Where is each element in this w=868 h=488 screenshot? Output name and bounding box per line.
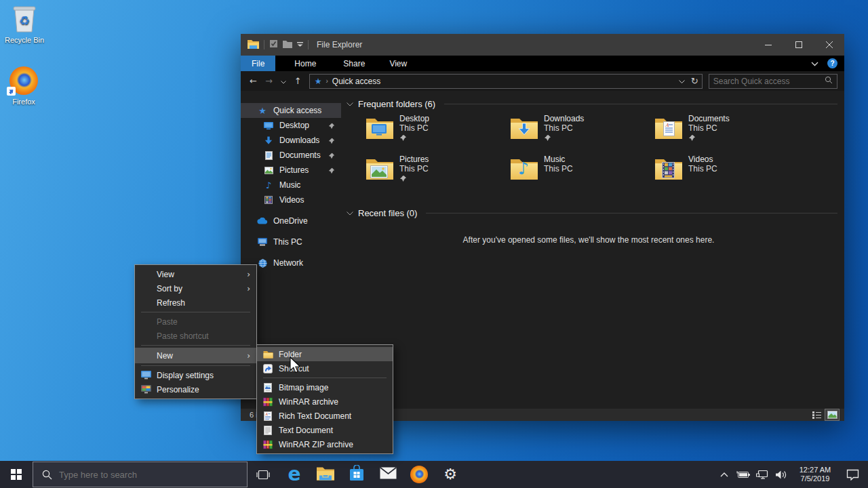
thumbnail-view-icon[interactable] xyxy=(825,409,839,420)
tile-name: Documents xyxy=(688,114,730,123)
title-bar[interactable]: File Explorer xyxy=(241,34,844,56)
tile-name: Pictures xyxy=(399,155,429,164)
maximize-button[interactable] xyxy=(783,34,814,56)
pin-icon xyxy=(328,152,335,161)
taskbar-app-mail[interactable] xyxy=(372,461,403,488)
folder-tile-videos[interactable]: Videos This PC xyxy=(654,155,799,195)
menu-item-refresh[interactable]: Refresh xyxy=(135,296,256,310)
sidebar-item-label: Network xyxy=(273,258,303,268)
sidebar-item-desktop[interactable]: Desktop xyxy=(241,118,341,133)
submenu-item-rich-text-document[interactable]: A Rich Text Document xyxy=(257,409,393,423)
taskbar-app-settings[interactable]: ⚙ xyxy=(435,461,466,488)
submenu-item-winrar-archive[interactable]: WinRAR archive xyxy=(257,394,393,409)
menu-item-view[interactable]: View› xyxy=(135,267,256,281)
menu-item-paste[interactable]: Paste xyxy=(135,314,256,329)
submenu-item-bitmap-image[interactable]: Bitmap image xyxy=(257,380,393,394)
folder-tile-pictures[interactable]: Pictures This PC xyxy=(366,155,510,195)
sidebar-item-this-pc[interactable]: This PC xyxy=(241,235,341,249)
content-pane: Frequent folders (6) Desktop This PC xyxy=(341,91,844,409)
quick-access-star-icon: ★ xyxy=(315,77,322,86)
file-explorer-icon xyxy=(317,466,334,483)
sidebar-item-music[interactable]: ♪ Music xyxy=(241,178,341,192)
search-box[interactable] xyxy=(709,74,837,89)
up-button[interactable]: ↑ xyxy=(294,76,302,86)
task-view-button[interactable] xyxy=(248,461,279,488)
menu-item-paste-shortcut[interactable]: Paste shortcut xyxy=(135,329,256,343)
desktop-background[interactable]: ♻ Recycle Bin Firefox xyxy=(0,0,868,488)
refresh-icon[interactable]: ↻ xyxy=(691,76,698,86)
sidebar-item-videos[interactable]: Videos xyxy=(241,192,341,207)
hidden-icons-chevron[interactable] xyxy=(716,461,732,488)
menu-separator xyxy=(263,378,387,378)
menu-item-personalize[interactable]: Personalize xyxy=(135,382,256,396)
menu-item-sort-by[interactable]: Sort by› xyxy=(135,281,256,296)
recent-locations-chevron-icon[interactable] xyxy=(281,76,286,86)
tab-share[interactable]: Share xyxy=(332,56,376,71)
address-bar[interactable]: ★ › Quick access ↻ xyxy=(309,74,703,89)
tab-file[interactable]: File xyxy=(241,56,275,71)
search-input[interactable] xyxy=(713,77,825,86)
sidebar-item-onedrive[interactable]: OneDrive xyxy=(241,214,341,228)
volume-icon[interactable] xyxy=(773,461,789,488)
frequent-folders-header[interactable]: Frequent folders (6) xyxy=(347,99,837,109)
properties-check-icon[interactable] xyxy=(269,39,278,50)
submenu-item-winrar-zip-archive[interactable]: WinRAR ZIP archive xyxy=(257,437,393,451)
forward-button[interactable]: → xyxy=(265,76,273,86)
chevron-down-icon[interactable] xyxy=(347,211,353,216)
recent-files-empty-message: After you've opened some files, we'll sh… xyxy=(341,235,836,245)
chevron-down-icon[interactable] xyxy=(347,102,353,106)
sidebar-item-quick-access[interactable]: ★ Quick access xyxy=(241,103,341,118)
desktop-context-menu: View› Sort by› Refresh Paste Paste short… xyxy=(134,264,257,399)
submenu-item-text-document[interactable]: Text Document xyxy=(257,423,393,437)
network-icon[interactable] xyxy=(754,461,770,488)
submenu-item-shortcut[interactable]: Shortcut xyxy=(257,361,393,375)
menu-item-new[interactable]: New› xyxy=(135,348,256,363)
desktop-icon-firefox[interactable]: Firefox xyxy=(0,66,50,106)
details-view-icon[interactable] xyxy=(810,409,823,420)
taskbar-clock[interactable]: 12:27 AM 7/5/2019 xyxy=(795,466,835,483)
breadcrumb[interactable]: Quick access xyxy=(332,77,380,86)
new-folder-icon[interactable] xyxy=(283,40,292,50)
folder-tile-downloads[interactable]: Downloads This PC xyxy=(510,114,654,155)
sidebar-item-label: Quick access xyxy=(273,106,321,115)
folder-tile-music[interactable]: ♪ Music This PC xyxy=(510,155,654,195)
folder-tile-documents[interactable]: A Documents This PC xyxy=(654,114,799,155)
film-overlay-icon xyxy=(662,162,675,181)
winrar-icon xyxy=(262,396,273,407)
monitor-overlay-icon xyxy=(372,124,387,138)
recent-files-header[interactable]: Recent files (0) xyxy=(347,208,837,218)
close-button[interactable] xyxy=(814,34,844,56)
start-button[interactable] xyxy=(0,461,33,488)
tab-home[interactable]: Home xyxy=(283,56,327,71)
taskbar-app-firefox[interactable] xyxy=(403,461,435,488)
ribbon-tabs: File Home Share View ? xyxy=(241,56,844,71)
help-icon[interactable]: ? xyxy=(827,58,837,68)
breadcrumb-chevron-icon[interactable]: › xyxy=(326,77,328,85)
taskbar-app-store[interactable] xyxy=(341,461,372,488)
folder-tile-desktop[interactable]: Desktop This PC xyxy=(366,114,510,155)
sidebar-item-documents[interactable]: Documents xyxy=(241,148,341,163)
music-note-icon: ♪ xyxy=(263,180,274,190)
action-center-icon[interactable] xyxy=(841,461,864,488)
taskbar-app-edge[interactable]: e xyxy=(279,461,310,488)
search-icon[interactable] xyxy=(825,76,833,86)
back-button[interactable]: ← xyxy=(250,76,257,86)
address-dropdown-chevron-icon[interactable] xyxy=(679,77,685,86)
folder-icon xyxy=(654,157,683,180)
desktop-icon-recycle-bin[interactable]: ♻ Recycle Bin xyxy=(0,4,51,44)
taskbar-search-input[interactable] xyxy=(59,470,240,480)
battery-icon[interactable] xyxy=(735,461,751,488)
group-header-label: Frequent folders (6) xyxy=(358,99,435,109)
menu-item-display-settings[interactable]: Display settings xyxy=(135,368,256,382)
taskbar-app-file-explorer[interactable] xyxy=(310,461,341,488)
sidebar-item-downloads[interactable]: Downloads xyxy=(241,133,341,148)
cloud-icon xyxy=(257,218,268,224)
minimize-button[interactable] xyxy=(753,34,783,56)
qat-dropdown-icon[interactable] xyxy=(297,40,303,49)
submenu-item-folder[interactable]: Folder xyxy=(257,347,393,361)
collapse-ribbon-chevron-icon[interactable] xyxy=(811,59,818,68)
tab-view[interactable]: View xyxy=(378,56,418,71)
menu-separator xyxy=(141,312,250,312)
sidebar-item-pictures[interactable]: Pictures xyxy=(241,163,341,178)
taskbar-search-box[interactable] xyxy=(33,462,248,487)
